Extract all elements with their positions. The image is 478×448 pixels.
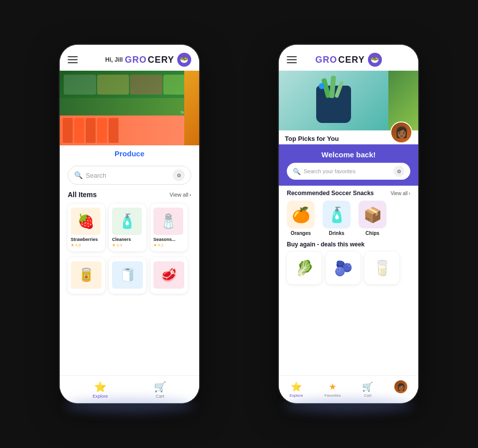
product-name-cleaners: Cleaners — [112, 237, 143, 242]
product-card-strawberries[interactable]: 🍓 Strawberries ★4.8 — [68, 204, 105, 251]
snack-label-drinks: Drinks — [329, 230, 344, 236]
recommended-title: Recommended Soccer Snacks — [287, 190, 374, 197]
view-all-button[interactable]: View all › — [170, 192, 191, 198]
buy-again-img-3: 🥛 — [373, 259, 391, 277]
product-img-canned: 🥫 — [71, 261, 102, 289]
explore-icon-2: ⭐ — [291, 381, 302, 392]
product-name-seasonings: Seasons... — [153, 237, 185, 242]
welcome-banner: Welcome back! 🔍 Search your favorites ⚙ — [279, 144, 418, 186]
search-icon-2: 🔍 — [293, 168, 301, 175]
product-grid-row2: 🥫 🧻 🥩 — [60, 254, 199, 297]
nav-cart[interactable]: 🛒 Cart — [154, 381, 166, 399]
cart-icon-2: 🛒 — [362, 381, 373, 392]
brand-icon-2: 🥗 — [368, 53, 382, 67]
explore-label-2: Explore — [289, 393, 303, 398]
top-picks-main-image — [279, 71, 388, 130]
buy-again-title: Buy again - deals this week — [287, 241, 410, 248]
search-bar-white[interactable]: 🔍 Search your favorites ⚙ — [287, 163, 410, 180]
snack-img-chips: 📦 — [358, 201, 386, 228]
phone1-header: Hi, Jill GROCERY 🥗 — [60, 45, 199, 71]
nav-favorites[interactable]: ★ Favorites — [325, 381, 341, 398]
hamburger-menu-icon-2[interactable] — [287, 56, 297, 63]
brand-icon: 🥗 — [177, 53, 191, 67]
recommended-header: Recommended Soccer Snacks View all › — [287, 190, 410, 197]
top-picks-carousel — [279, 71, 418, 130]
product-rating-cleaners: ★3.3 — [112, 243, 143, 247]
product-card-cleaners[interactable]: 🧴 Cleaners ★3.3 — [109, 204, 146, 251]
all-items-title: All Items — [68, 191, 97, 199]
profile-avatar: 👩🏾 — [394, 380, 407, 393]
buy-again-grid: 🥬 🫐 🥛 — [287, 252, 410, 284]
product-rating-seasonings: ★4.2 — [153, 243, 185, 247]
snack-label-oranges: Oranges — [291, 230, 311, 236]
hamburger-menu-icon[interactable] — [68, 56, 78, 63]
top-picks-area: Top Picks for You 👩🏾 — [279, 71, 418, 144]
phone1-wrapper: Hi, Jill GROCERY 🥗 — [60, 45, 199, 403]
app-scene: Hi, Jill GROCERY 🥗 — [0, 0, 478, 448]
snack-label-chips: Chips — [365, 230, 379, 236]
brand-cery: CERY — [148, 55, 174, 65]
buy-again-card-3[interactable]: 🥛 — [364, 252, 399, 284]
product-card-canned[interactable]: 🥫 — [68, 257, 105, 294]
search-bar[interactable]: 🔍 Search ⚙ — [68, 166, 191, 185]
user-avatar: 👩🏾 — [390, 121, 412, 143]
all-items-header: All Items View all › — [60, 189, 199, 201]
recommended-section: Recommended Soccer Snacks View all › 🍊 O… — [279, 186, 418, 238]
phone2: GROCERY 🥗 — [279, 45, 418, 403]
section-title-bar: Produce — [60, 145, 199, 162]
snack-img-drinks: 🧴 — [323, 201, 351, 228]
nav-profile[interactable]: 👩🏾 Profile — [394, 380, 407, 399]
nav-cart-2[interactable]: 🛒 Cart — [362, 381, 373, 398]
brand-gro-2: GRO — [315, 55, 337, 65]
phone2-shadow — [284, 398, 413, 413]
search-input-placeholder[interactable]: Search — [86, 172, 170, 179]
cart-label: Cart — [156, 394, 164, 399]
welcome-text: Welcome back! — [287, 150, 410, 159]
product-card-seasonings[interactable]: 🧂 Seasons... ★4.2 — [150, 204, 188, 251]
phone1-shadow — [65, 398, 194, 413]
snack-img-oranges: 🍊 — [287, 201, 315, 228]
product-img-seasonings: 🧂 — [153, 208, 183, 235]
product-grid-row1: 🍓 Strawberries ★4.8 🧴 Cleaners ★3.3 🧂 Se… — [60, 201, 199, 254]
brand-logo-2: GROCERY 🥗 — [315, 53, 381, 67]
brand-logo: GROCERY 🥗 — [125, 53, 191, 67]
nav-explore[interactable]: ⭐ Explore — [93, 381, 108, 399]
phone2-wrapper: GROCERY 🥗 — [279, 45, 418, 403]
snack-grid: 🍊 Oranges 🧴 Drinks 📦 Chips — [287, 201, 410, 236]
buy-again-img-1: 🥬 — [295, 259, 314, 277]
product-img-cleaners: 🧴 — [112, 208, 142, 235]
phone2-header: GROCERY 🥗 — [279, 45, 418, 71]
snack-drinks[interactable]: 🧴 Drinks — [323, 201, 351, 236]
brand-gro: GRO — [125, 55, 147, 65]
favorites-icon: ★ — [329, 381, 337, 392]
section-label: Produce — [115, 149, 144, 158]
snack-oranges[interactable]: 🍊 Oranges — [287, 201, 315, 236]
cart-label-2: Cart — [364, 393, 371, 398]
nav-explore-2[interactable]: ⭐ Explore — [289, 381, 303, 398]
filter-button[interactable]: ⚙ — [173, 169, 185, 181]
buy-again-card-1[interactable]: 🥬 — [287, 252, 322, 284]
product-rating-strawberries: ★4.8 — [71, 243, 102, 247]
snack-chips[interactable]: 📦 Chips — [358, 201, 386, 236]
explore-icon: ⭐ — [94, 381, 107, 393]
filter-button-2[interactable]: ⚙ — [393, 166, 404, 177]
buy-again-card-2[interactable]: 🫐 — [326, 252, 360, 284]
product-name-strawberries: Strawberries — [71, 237, 102, 242]
greeting-text: Hi, Jill — [105, 56, 122, 63]
buy-again-img-2: 🫐 — [334, 259, 353, 277]
rec-view-all-button[interactable]: View all › — [390, 191, 410, 196]
explore-label: Explore — [93, 394, 108, 399]
product-img-strawberries: 🍓 — [71, 208, 101, 235]
buy-again-section: Buy again - deals this week 🥬 🫐 🥛 — [279, 238, 418, 286]
brand-cery-2: CERY — [338, 55, 364, 65]
phone1: Hi, Jill GROCERY 🥗 — [60, 45, 199, 403]
search-icon: 🔍 — [74, 171, 83, 179]
favorites-label: Favorites — [325, 393, 341, 398]
top-picks-label: Top Picks for You — [285, 135, 339, 142]
product-card-paper[interactable]: 🧻 — [109, 257, 146, 294]
product-card-meat[interactable]: 🥩 — [150, 257, 188, 294]
product-img-meat: 🥩 — [153, 261, 184, 289]
search-favorites-placeholder[interactable]: Search your favorites — [304, 168, 390, 174]
hero-carousel: 10+ Sugar st — [60, 71, 199, 145]
product-img-paper: 🧻 — [112, 261, 143, 289]
